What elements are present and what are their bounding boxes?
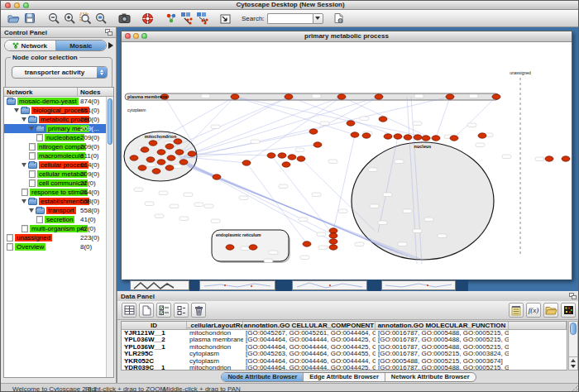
expand-arrow-icon[interactable] xyxy=(22,117,26,122)
network-view-titlebar[interactable]: primary metabolic process xyxy=(122,31,572,42)
graph-node[interactable] xyxy=(422,136,430,141)
minimized-window-thumbnail[interactable] xyxy=(130,280,189,290)
tree-row[interactable]: multi-organism pro42(0) xyxy=(4,224,106,233)
tree-row[interactable]: macromolecule311(0) xyxy=(4,151,106,160)
zoom-in-button[interactable] xyxy=(62,11,78,26)
close-button[interactable] xyxy=(5,2,11,8)
table-row[interactable]: YPL036W__2plasma membrane[GO:0044464, GO… xyxy=(122,337,567,343)
tree-scrollbar-thumb[interactable] xyxy=(108,98,112,145)
graph-node[interactable] xyxy=(231,94,239,99)
graph-node[interactable] xyxy=(313,142,322,147)
graph-node[interactable] xyxy=(478,133,486,138)
minimized-window-thumbnail[interactable] xyxy=(381,280,456,290)
tree-row[interactable]: nucleobase-209(0) xyxy=(4,133,106,142)
node-color-dropdown[interactable]: transporter activity xyxy=(12,66,108,79)
graph-node[interactable] xyxy=(141,147,149,152)
tree-row[interactable]: Overview8(0) xyxy=(4,242,106,251)
tree-row[interactable]: nitrogen compo209(0) xyxy=(4,142,106,151)
tree-row[interactable]: cell communicat22(0) xyxy=(4,179,106,188)
graph-node[interactable] xyxy=(130,155,138,160)
table-row[interactable]: YDR039C__1mitochondrion[GO:0044464, GO:0… xyxy=(122,365,567,370)
tree-row[interactable]: establishment of lo558(0) xyxy=(4,197,106,206)
tree-row[interactable]: response to stimulu264(0) xyxy=(4,188,106,197)
tab-network[interactable]: Network xyxy=(5,41,56,50)
tab-edge-attribute-browser[interactable]: Edge Attribute Browser xyxy=(304,373,385,381)
table-scrollbar-arrows[interactable] xyxy=(569,356,577,370)
tree-row[interactable]: mosaic-demo-yeast874(0) xyxy=(4,97,106,106)
graph-node[interactable] xyxy=(492,94,500,99)
graph-node[interactable] xyxy=(267,153,275,158)
graph-node[interactable] xyxy=(351,132,359,137)
open-session-button[interactable] xyxy=(6,11,22,26)
column-header[interactable]: ID xyxy=(122,322,187,329)
graph-node[interactable] xyxy=(242,160,251,165)
tree-row[interactable]: secretion41(0) xyxy=(4,215,106,224)
tree-row[interactable]: metabolic process280(0) xyxy=(4,115,106,124)
graph-node[interactable] xyxy=(329,228,337,233)
search-input[interactable] xyxy=(267,13,313,24)
graph-node[interactable] xyxy=(282,162,290,167)
tab-network-attribute-browser[interactable]: Network Attribute Browser xyxy=(385,373,476,381)
graph-node[interactable] xyxy=(165,165,174,170)
graph-node[interactable] xyxy=(157,160,165,165)
tree-row[interactable]: primary metabo209(... xyxy=(4,124,106,133)
search-options-button[interactable] xyxy=(331,11,347,26)
tree-scrollbar[interactable] xyxy=(106,97,113,377)
graph-node[interactable] xyxy=(329,239,337,244)
column-header[interactable]: annotation.GO CELLULAR_COMPONENT xyxy=(243,322,376,329)
column-header[interactable]: annotation.GO MOLECULAR_FUNCTION xyxy=(376,322,509,329)
graph-node[interactable] xyxy=(375,94,383,99)
graph-node[interactable] xyxy=(329,245,337,250)
graph-node[interactable] xyxy=(347,121,355,126)
graph-node[interactable] xyxy=(329,233,337,238)
graph-node[interactable] xyxy=(337,94,346,99)
graph-node[interactable] xyxy=(226,245,234,250)
import-attributes-button[interactable] xyxy=(543,303,558,318)
minimized-window-thumbnail[interactable] xyxy=(199,280,275,290)
graph-node[interactable] xyxy=(297,156,305,161)
network-close-button[interactable] xyxy=(125,33,131,39)
graph-node[interactable] xyxy=(249,245,257,250)
network-minimize-button[interactable] xyxy=(133,33,139,39)
graph-node[interactable] xyxy=(174,139,182,144)
save-session-button[interactable] xyxy=(22,11,37,26)
unselect-attributes-button[interactable] xyxy=(174,303,189,318)
import-network-button[interactable] xyxy=(218,11,233,26)
graph-node[interactable] xyxy=(179,160,188,165)
graph-node[interactable] xyxy=(384,134,392,139)
vizmapper-button[interactable] xyxy=(163,11,179,26)
tab-mosaic[interactable]: Mosaic xyxy=(56,41,107,50)
float-panel-icon[interactable] xyxy=(105,29,112,36)
column-header[interactable]: _cellularLayoutRegion xyxy=(187,322,243,329)
search-dropdown-button[interactable] xyxy=(313,13,323,24)
expand-arrow-icon[interactable] xyxy=(29,208,34,213)
tab-node-attribute-browser[interactable]: Node Attribute Browser xyxy=(222,373,304,381)
expand-arrow-icon[interactable] xyxy=(22,199,26,203)
network-zoom-button[interactable] xyxy=(141,33,147,39)
attribute-matrix-button[interactable] xyxy=(561,303,576,318)
table-row[interactable]: YPL036W__1mitochondrion[GO:0044464, GO:0… xyxy=(122,344,567,351)
graph-node[interactable] xyxy=(562,156,570,161)
graph-node[interactable] xyxy=(404,135,412,140)
attribute-table-button[interactable] xyxy=(122,303,136,318)
graph-node[interactable] xyxy=(285,94,293,99)
graph-node[interactable] xyxy=(432,136,440,141)
graph-node[interactable] xyxy=(213,174,221,179)
graph-node[interactable] xyxy=(446,94,454,99)
delete-attribute-button[interactable] xyxy=(191,303,206,318)
graph-node[interactable] xyxy=(379,117,387,122)
graph-node[interactable] xyxy=(450,136,458,141)
expand-arrow-icon[interactable] xyxy=(29,127,34,131)
graph-node[interactable] xyxy=(146,157,155,162)
graph-node[interactable] xyxy=(152,169,160,174)
new-network-from-selection-button[interactable] xyxy=(179,11,194,26)
graph-node[interactable] xyxy=(309,129,318,134)
graph-node[interactable] xyxy=(157,150,165,155)
graph-node[interactable] xyxy=(175,150,184,155)
table-row[interactable]: YKR052Ccytoplasm[GO:0044464, GO:0044446,… xyxy=(122,358,567,365)
graph-node[interactable] xyxy=(278,153,286,158)
graph-node[interactable] xyxy=(165,144,174,149)
zoom-out-button[interactable] xyxy=(46,11,62,26)
graph-node[interactable] xyxy=(362,133,371,138)
float-panel-icon[interactable] xyxy=(569,293,577,299)
